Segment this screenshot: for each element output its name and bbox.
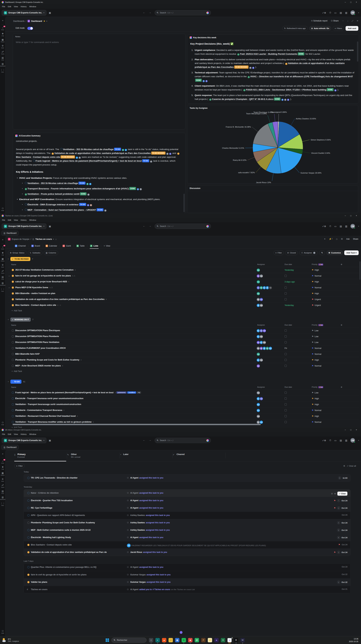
assignee-avatars[interactable]: FMSEJRSSGV [257, 346, 272, 350]
add-column-icon[interactable]: ⊕ [341, 386, 342, 388]
actor-name[interactable]: Guiomar Vargas [130, 581, 146, 583]
task-status-icon[interactable] [12, 341, 14, 344]
doc-icon[interactable]: ▤ [340, 439, 342, 442]
task-status-icon[interactable] [12, 415, 14, 417]
task-check-icon[interactable]: ✓⊕ [322, 439, 326, 442]
task-status-icon[interactable]: ✓ [12, 281, 14, 283]
actor-name[interactable]: Ashley Dawkes [130, 529, 145, 531]
task-name[interactable]: 353 ST-Nicolas Ventilation Commerces com… [15, 269, 76, 271]
start-button[interactable] [106, 638, 109, 642]
sidebar-item-planner[interactable]: ▦Planner [1, 258, 4, 262]
avatar-FM[interactable]: FM [256, 391, 260, 395]
due-date[interactable] [285, 275, 287, 278]
notification-row[interactable]: ✓faire le xref du garage de st-hyacinthe… [24, 571, 351, 578]
due-date[interactable]: Yesterday [285, 304, 294, 306]
avatar-FM[interactable]: FM [256, 414, 260, 418]
customize-button[interactable]: ⚙ Customize [327, 250, 343, 255]
clear-button[interactable]: ✓ Clear [337, 492, 348, 496]
forward-button[interactable]: → [149, 11, 151, 14]
mark-read-icon[interactable]: ⊡ [331, 492, 333, 495]
sidebar-item-chat[interactable]: ❖Chat [1, 32, 4, 36]
doc-icon[interactable]: ▤ [340, 225, 342, 228]
workspace-switcher[interactable]: G Groupe CMI Experts-Conseils inc. ▾ [2, 224, 46, 229]
sidebar-item-more[interactable]: ⋮⋮More [0, 502, 5, 506]
menu-window[interactable]: Window [29, 6, 36, 8]
avatar-FM[interactable]: FM [262, 340, 266, 344]
column-priority[interactable]: Priority⚡AI [312, 386, 323, 388]
due-date[interactable] [285, 298, 287, 301]
refreshed-pill[interactable]: ↻ Refreshed 9 mins ago [282, 26, 308, 31]
collapse-chevron-icon[interactable]: ▾ [8, 258, 9, 260]
avatar-SS[interactable]: SS [256, 352, 260, 356]
task-status-icon[interactable] [12, 335, 14, 338]
taskbar-icon-clickup[interactable]: ●8 [227, 638, 232, 642]
filters-button[interactable]: ≡ Filters [333, 26, 344, 31]
clipboard-icon[interactable]: ▣ [49, 12, 51, 14]
notification-row[interactable]: ✓Bloc Sanitaire - Contact depuis votre s… [24, 541, 351, 548]
dashboard-tab[interactable]: ▥Dashboard [1, 230, 18, 236]
task-row[interactable]: Ventilation FLEURIMONT pour Coordination… [8, 345, 359, 351]
forward-button[interactable]: → [149, 439, 151, 442]
collapse-chevron-icon[interactable]: ▾ [8, 381, 9, 382]
bullet-subtask[interactable]: ✓Ventilation - Poste police beloeil prob… [22, 192, 181, 196]
notification-row[interactable]: Électricité - Wedding hall Lighting Stud… [24, 534, 351, 541]
task-name[interactable]: calcul de charge pour le projet Acier Bo… [15, 280, 69, 283]
expand-sidebar-icon[interactable]: » [2, 19, 3, 22]
taskbar-search[interactable]: 🔍︎ Rechercher [111, 638, 147, 643]
assignee-avatars[interactable]: SS [257, 268, 260, 272]
priority[interactable]: ⚑Normal [312, 286, 322, 289]
status-pill[interactable]: TO BE REVISED [151, 152, 165, 154]
bullet-subtask[interactable]: Ventilation - 353 St-Nicolas calcul de c… [22, 182, 181, 185]
space-name[interactable]: Espace de l'équipe [12, 238, 29, 240]
back-button[interactable]: ← [143, 439, 145, 442]
sidebar-item-invite[interactable]: ⚇Invite [1, 630, 4, 634]
task-name[interactable]: Ventilation - Transport bourassage sorti… [15, 403, 81, 406]
due-date[interactable]: Yesterday [285, 269, 294, 271]
vertical-scrollbar[interactable] [359, 261, 361, 280]
notification-title[interactable]: faire le xref du garage de st-hyacinthe … [31, 574, 86, 576]
add-task-button[interactable]: Add Task ▾ [344, 250, 359, 255]
due-date[interactable] [285, 421, 287, 424]
assignee-avatars[interactable]: GVADCM [257, 329, 266, 333]
assignee-avatars[interactable]: FMGV [257, 420, 263, 424]
clipboard-icon[interactable]: ▣ [49, 225, 51, 228]
assignee-avatars[interactable]: SS [257, 292, 260, 296]
back-button[interactable]: ← [143, 224, 145, 227]
chevron-down-icon[interactable]: ▾ [46, 20, 47, 22]
priority[interactable]: ⚑Low [312, 392, 319, 394]
task-row[interactable]: Plomberie- Plumbing Scope and Costs for … [8, 357, 359, 363]
task-status-icon[interactable] [12, 403, 14, 406]
sidebar-item-brain[interactable]: ✣Brain [1, 478, 4, 482]
expand-chevron-icon[interactable]: ▸ [9, 287, 10, 288]
ai-icon[interactable] [206, 12, 209, 14]
actor-name[interactable]: AI Agent [130, 507, 138, 509]
task-link[interactable]: Ventilation - 353 St-Nicolas calcul de c… [63, 148, 113, 151]
status-pill[interactable]: DONE [327, 88, 333, 91]
task-status-icon[interactable]: ✓ [12, 292, 14, 294]
status-pill[interactable]: TO BE REVISED [234, 66, 249, 68]
user-avatar[interactable]: FM [351, 224, 355, 228]
avatar-FM[interactable]: FM [259, 335, 263, 338]
automations-icon[interactable]: ⚡7 [329, 238, 333, 240]
notification-title[interactable]: RE: Cpe l'enfantillage [31, 507, 52, 509]
task-link[interactable]: MEP - Coronation - Suivi sur l'avancemen… [27, 208, 96, 211]
task-link[interactable]: Transport Bourassa - Fournir information… [27, 187, 129, 190]
titlebar[interactable]: (8) Inbox | Groupe CMI Experts-Conseils … [0, 428, 361, 432]
task-link[interactable]: Caserne de pompiers Champlain - QRT N° 0… [212, 98, 274, 100]
due-date[interactable] [285, 292, 287, 295]
task-name[interactable]: Ventilation - Transport Bourassa modifie… [15, 421, 94, 423]
notification-title[interactable]: Tâches en cours [31, 588, 47, 591]
assignee-avatars[interactable]: GVFM [257, 358, 263, 362]
notification-title[interactable]: Natur - Critères de rétention [31, 492, 59, 494]
status-pill[interactable]: DONE [274, 98, 281, 100]
sidebar-item-chat[interactable]: ❖Chat [1, 252, 4, 256]
due-date[interactable] [285, 365, 287, 368]
record-icon[interactable]: ▭ [334, 225, 337, 228]
actor-name[interactable]: AI Agent [130, 566, 138, 568]
sidebar-item-invite[interactable]: ⚇Invite [1, 421, 4, 425]
sidebar-item-more[interactable]: ⋮⋮More [0, 69, 5, 73]
task-status-icon[interactable] [12, 409, 14, 411]
edit-mode-toggle[interactable] [27, 27, 33, 30]
assignee-avatars[interactable]: GV [257, 408, 260, 412]
chart-icon[interactable]: ▥ [345, 439, 347, 442]
